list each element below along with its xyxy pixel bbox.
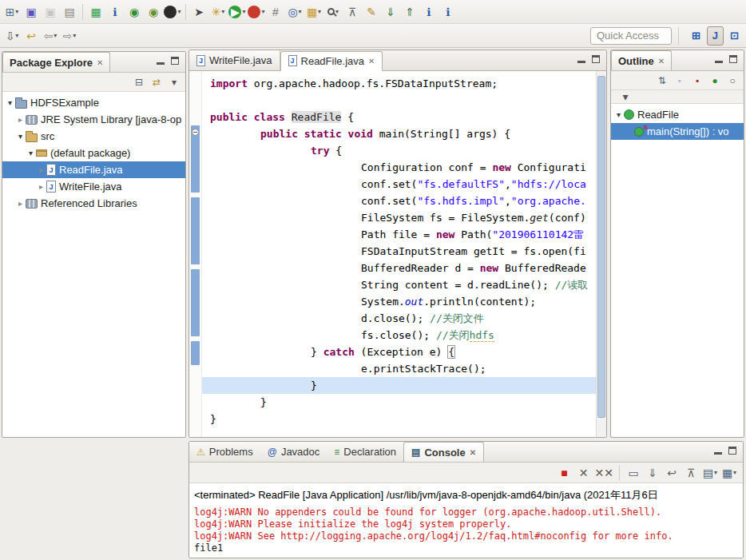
code-line[interactable]: String content = d.readLine(); //读取 [202, 276, 596, 293]
code-line[interactable]: BufferedReader d = new BufferedReade [202, 260, 596, 276]
code-line[interactable]: d.close(); //关闭文件 [202, 310, 596, 327]
code-line[interactable]: } catch (Exception e) { [202, 344, 596, 360]
package-explorer-tab[interactable]: Package Explore ✕ [2, 52, 110, 72]
fold-collapse-icon[interactable] [192, 129, 199, 136]
show-javadoc-button[interactable]: ℹ [439, 3, 457, 21]
view-menu-button[interactable]: ▾ [167, 75, 181, 89]
minimize-button[interactable] [715, 56, 723, 63]
previous-annotation-button[interactable]: ⇑ [401, 3, 419, 21]
maximize-button[interactable] [728, 447, 736, 455]
tab-declaration[interactable]: ≡Declaration [327, 442, 403, 462]
select-tool-button[interactable]: ➤ [190, 3, 208, 21]
console-output[interactable]: <terminated> ReadFile [Java Application]… [189, 484, 743, 558]
last-edit-location-button[interactable]: ↩ [22, 27, 40, 45]
expander-icon[interactable]: ▸ [36, 182, 46, 191]
tab-console[interactable]: ▤Console✕ [403, 442, 484, 462]
package-explorer-item[interactable]: ▸Referenced Libraries [2, 195, 185, 212]
package-explorer-item[interactable]: ▾src [2, 128, 185, 145]
outline-tab[interactable]: Outline ✕ [611, 50, 672, 70]
code-line[interactable]: } [202, 377, 596, 394]
java-perspective-button[interactable]: J [707, 26, 724, 46]
scrollbar-thumb[interactable] [597, 76, 605, 418]
expander-icon[interactable]: ▾ [15, 132, 26, 141]
maximize-button[interactable] [171, 57, 179, 65]
scroll-lock-button[interactable]: ⇓ [645, 465, 661, 481]
print-button[interactable]: ▤ [61, 3, 78, 21]
new-class-button[interactable]: ℹ [106, 3, 124, 21]
code-line[interactable]: try { [202, 142, 596, 159]
code-line[interactable]: FSDataInputStream getIt = fs.open(fi [202, 243, 596, 260]
outline-item[interactable]: ▾ReadFile [611, 106, 744, 123]
new-java-project-button[interactable]: ▦ [87, 3, 105, 21]
code-line[interactable]: Configuration conf = new Configurati [202, 159, 596, 176]
tab-problems[interactable]: ⚠Problems [189, 442, 260, 462]
hide-local-types-button[interactable]: ○ [725, 73, 740, 88]
package-explorer-item[interactable]: ▾(default package) [2, 145, 185, 161]
code-line[interactable]: public class ReadFile { [202, 109, 596, 125]
pin-console-button[interactable]: ⊼ [683, 465, 699, 481]
code-line[interactable]: import org.apache.hadoop.fs.FSDataInputS… [202, 75, 596, 92]
maximize-button[interactable] [729, 55, 737, 63]
javaee-perspective-button[interactable]: ⊡ [725, 26, 744, 46]
pin-editor-button[interactable]: ⊼ [343, 3, 361, 21]
hide-non-public-button[interactable]: ● [708, 73, 722, 88]
open-perspective-button[interactable]: ⊞ [687, 26, 705, 46]
code-line[interactable]: conf.set("fs.defaultFS","hdfs://loca [202, 176, 596, 193]
expander-icon[interactable]: ▸ [36, 165, 46, 174]
run-button[interactable]: ▶▾ [228, 3, 246, 21]
minimize-button[interactable] [157, 58, 165, 65]
editor-tab-readfile-java[interactable]: JReadFile.java✕ [280, 51, 383, 71]
maximize-button[interactable] [592, 55, 600, 63]
code-line[interactable]: fs.close(); //关闭hdfs [202, 327, 596, 344]
code-line[interactable]: e.printStackTrace(); [202, 360, 596, 377]
expander-icon[interactable]: ▾ [613, 110, 624, 119]
quick-access-input[interactable]: Quick Access [590, 27, 672, 45]
forward-button[interactable]: ⇨▾ [61, 27, 78, 45]
next-annotation-button[interactable]: ⇓ [382, 3, 399, 21]
sort-button[interactable]: ⇅ [655, 73, 669, 88]
user-button[interactable]: ▾ [164, 3, 181, 21]
open-task-button[interactable]: ▦▾ [305, 3, 323, 21]
new-menu-button[interactable]: ✳▾ [209, 3, 227, 21]
expander-icon[interactable]: ▾ [26, 149, 36, 157]
grid-button[interactable]: # [267, 3, 284, 21]
package-explorer-item[interactable]: ▾HDFSExample [2, 94, 185, 111]
word-wrap-button[interactable]: ↩ [664, 465, 680, 481]
code-line[interactable]: } [202, 411, 596, 427]
code-line[interactable]: conf.set("fs.hdfs.impl","org.apache. [202, 193, 596, 209]
code-line[interactable]: } [202, 394, 596, 411]
outline-item[interactable]: Smain(String[]) : vo [611, 123, 744, 140]
package-explorer-item[interactable]: ▸JReadFile.java [2, 161, 185, 178]
editor-scrollbar[interactable] [596, 71, 606, 437]
open-type-button[interactable]: ◉ [125, 3, 143, 21]
code-line[interactable]: Path file = new Path("201906110142雷 [202, 226, 596, 243]
close-tab-icon[interactable]: ✕ [470, 448, 476, 457]
minimize-button[interactable] [577, 56, 585, 63]
expander-icon[interactable]: ▾ [5, 98, 15, 107]
terminate-button[interactable]: ■ [557, 465, 573, 481]
code-line[interactable] [202, 92, 596, 109]
search-button[interactable]: ▾ [324, 3, 342, 21]
collapse-all-button[interactable]: ⊟ [132, 75, 146, 89]
editor-tab-writefile-java[interactable]: JWriteFile.java [189, 50, 280, 70]
expander-icon[interactable]: ▸ [15, 199, 26, 208]
hide-static-button[interactable]: ▪ [690, 73, 704, 88]
junit-button[interactable]: ◉ [145, 3, 162, 21]
package-explorer-item[interactable]: ▸JWriteFile.java [2, 178, 185, 195]
expander-icon[interactable]: ▸ [15, 115, 26, 124]
minimize-button[interactable] [714, 447, 722, 455]
hide-fields-button[interactable]: ◦ [673, 73, 687, 88]
save-all-button[interactable]: ▣ [42, 3, 59, 21]
close-tab-icon[interactable]: ✕ [368, 57, 375, 66]
open-console-button[interactable]: ▦▾ [721, 465, 737, 481]
show-source-button[interactable]: ℹ [420, 3, 438, 21]
view-menu-button[interactable]: ▾ [617, 88, 634, 105]
open-browser-button[interactable]: ◎▾ [286, 3, 304, 21]
back-button[interactable]: ⇦▾ [42, 27, 59, 45]
link-with-editor-button[interactable]: ⇄ [149, 75, 164, 89]
back-to-last-edit-button[interactable]: ⇩▾ [3, 27, 21, 45]
code-line[interactable]: public static void main(String[] args) { [202, 125, 596, 142]
display-console-button[interactable]: ▤▾ [702, 465, 718, 481]
new-wizard-button[interactable]: ⊞▾ [3, 3, 21, 21]
code-area[interactable]: import org.apache.hadoop.fs.FSDataInputS… [202, 71, 596, 437]
